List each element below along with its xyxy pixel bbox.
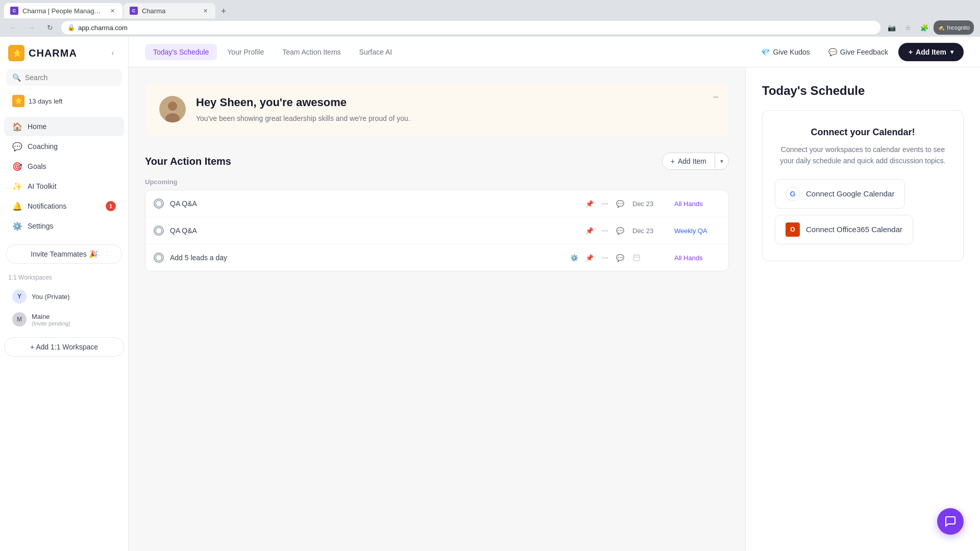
tab-your-profile-label: Your Profile bbox=[227, 48, 264, 56]
upcoming-label: Upcoming bbox=[145, 178, 729, 186]
action-icons-3: ⚙️ 📌 ••• 💬 bbox=[568, 252, 626, 264]
chat-fab-button[interactable] bbox=[937, 508, 964, 535]
add-item-split-button: + Add Item ▾ bbox=[662, 153, 729, 170]
sidebar-search-container: 🔍 bbox=[6, 69, 122, 86]
pin-icon-2[interactable]: 📌 bbox=[583, 224, 596, 237]
action-check-1[interactable] bbox=[154, 198, 164, 209]
svg-rect-8 bbox=[633, 255, 640, 261]
dots-icon-1[interactable]: ••• bbox=[599, 197, 611, 210]
tab-team-action-items[interactable]: Team Action Items bbox=[274, 44, 349, 60]
calendar-connect-title: Connect your Calendar! bbox=[775, 127, 951, 138]
workspace-info-private: You (Private) bbox=[32, 293, 70, 300]
connect-office365-calendar-button[interactable]: O Connect Office365 Calendar bbox=[775, 215, 913, 244]
address-bar[interactable]: 🔒 app.charma.com bbox=[61, 21, 880, 34]
workspace-item-maine[interactable]: M Maine (Invite pending) bbox=[8, 308, 120, 331]
nav-section: 🏠 Home 💬 Coaching 🎯 Goals ✨ AI Toolkit 🔔… bbox=[0, 114, 128, 238]
tab-label-1: Charma | People Management ... bbox=[22, 7, 104, 15]
dots-icon-2[interactable]: ••• bbox=[599, 224, 611, 237]
welcome-card: Hey Sheen, you're awesome You've been sh… bbox=[145, 84, 729, 136]
action-check-3[interactable] bbox=[154, 253, 164, 263]
sidebar-item-coaching-label: Coaching bbox=[28, 142, 58, 151]
sidebar-item-ai-toolkit[interactable]: ✨ AI Toolkit bbox=[4, 177, 124, 196]
welcome-avatar bbox=[159, 96, 186, 122]
welcome-title: Hey Sheen, you're awesome bbox=[196, 96, 715, 109]
comment-icon-1[interactable]: 💬 bbox=[614, 197, 626, 210]
tab-todays-schedule-label: Today's Schedule bbox=[153, 48, 209, 56]
extensions-icon[interactable]: 🧩 bbox=[917, 20, 932, 35]
table-row: QA Q&A 📌 ••• 💬 Dec 23 Weekly QA bbox=[145, 217, 728, 244]
connect-google-calendar-button[interactable]: G Connect Google Calendar bbox=[775, 179, 905, 209]
action-check-2[interactable] bbox=[154, 226, 164, 236]
sidebar-collapse-button[interactable]: ‹ bbox=[106, 46, 120, 60]
browser-tabs: C Charma | People Management ... ✕ C Cha… bbox=[0, 0, 980, 18]
comment-icon-3[interactable]: 💬 bbox=[614, 252, 626, 264]
tab-todays-schedule[interactable]: Today's Schedule bbox=[145, 44, 217, 60]
top-add-item-label: Add Item bbox=[916, 48, 946, 56]
new-tab-button[interactable]: + bbox=[216, 4, 231, 18]
sidebar-item-goals[interactable]: 🎯 Goals bbox=[4, 157, 124, 176]
action-tag-3[interactable]: All Hands bbox=[674, 254, 720, 262]
action-tag-1[interactable]: All Hands bbox=[674, 200, 720, 208]
calendar-connect-description: Connect your workspaces to calendar even… bbox=[775, 144, 951, 167]
tab-close-1[interactable]: ✕ bbox=[108, 7, 116, 15]
goals-icon: 🎯 bbox=[12, 161, 22, 171]
add-workspace-button[interactable]: + Add 1:1 Workspace bbox=[4, 337, 124, 357]
workspace-name-maine: Maine bbox=[32, 313, 70, 320]
sidebar-item-coaching[interactable]: 💬 Coaching bbox=[4, 137, 124, 156]
tab-surface-ai[interactable]: Surface AI bbox=[351, 44, 401, 60]
connect-google-calendar-label: Connect Google Calendar bbox=[806, 189, 894, 198]
give-kudos-icon: 💎 bbox=[761, 48, 770, 56]
search-input[interactable] bbox=[25, 73, 116, 82]
gear-icon-3[interactable]: ⚙️ bbox=[568, 252, 580, 264]
give-feedback-label: Give Feedback bbox=[840, 48, 888, 56]
days-left-banner: ⭐ 13 days left bbox=[6, 92, 122, 110]
action-date-3 bbox=[632, 254, 668, 262]
action-items-title: Your Action Items bbox=[145, 156, 231, 167]
left-panel: Hey Sheen, you're awesome You've been sh… bbox=[129, 67, 745, 551]
give-kudos-label: Give Kudos bbox=[773, 48, 810, 56]
welcome-close-button[interactable]: − bbox=[713, 92, 719, 102]
logo: ⭐ CHARMA bbox=[8, 45, 77, 61]
office365-icon: O bbox=[786, 222, 800, 237]
back-button[interactable]: ← bbox=[6, 20, 20, 35]
add-item-plus-icon: + bbox=[909, 48, 913, 56]
comment-icon-2[interactable]: 💬 bbox=[614, 224, 626, 237]
workspace-item-private[interactable]: Y You (Private) bbox=[8, 285, 120, 308]
logo-icon: ⭐ bbox=[8, 45, 24, 61]
reload-button[interactable]: ↻ bbox=[43, 20, 57, 35]
sidebar: ⭐ CHARMA ‹ 🔍 ⭐ 13 days left 🏠 Home 💬 Coa… bbox=[0, 37, 129, 551]
welcome-text: You've been showing great leadership ski… bbox=[196, 113, 715, 124]
table-row: QA Q&A 📌 ••• 💬 Dec 23 All Hands bbox=[145, 190, 728, 217]
action-tag-2[interactable]: Weekly QA bbox=[674, 227, 720, 235]
google-icon: G bbox=[786, 187, 800, 201]
give-kudos-button[interactable]: 💎 Give Kudos bbox=[753, 44, 818, 60]
add-item-plus-icon: + bbox=[671, 157, 675, 165]
sidebar-item-home[interactable]: 🏠 Home bbox=[4, 117, 124, 136]
tab-charma-people-management[interactable]: C Charma | People Management ... ✕ bbox=[4, 3, 122, 18]
pin-icon-1[interactable]: 📌 bbox=[583, 197, 596, 210]
give-feedback-button[interactable]: 💬 Give Feedback bbox=[820, 44, 896, 60]
tab-charma[interactable]: C Charma ✕ bbox=[124, 3, 215, 18]
sidebar-item-settings[interactable]: ⚙️ Settings bbox=[4, 216, 124, 236]
tab-team-action-items-label: Team Action Items bbox=[282, 48, 340, 56]
dots-icon-3[interactable]: ••• bbox=[599, 252, 611, 264]
tab-surface-ai-label: Surface AI bbox=[359, 48, 393, 56]
bookmark-icon[interactable]: ☆ bbox=[901, 20, 915, 35]
tab-label-2: Charma bbox=[142, 7, 165, 15]
action-title-3: Add 5 leads a day bbox=[170, 254, 562, 262]
svg-point-3 bbox=[168, 102, 177, 111]
tab-your-profile[interactable]: Your Profile bbox=[219, 44, 272, 60]
add-item-chevron-button[interactable]: ▾ bbox=[715, 154, 728, 169]
workspace-info-maine: Maine (Invite pending) bbox=[32, 313, 70, 327]
add-workspace-label: + Add 1:1 Workspace bbox=[30, 343, 98, 351]
tab-close-2[interactable]: ✕ bbox=[201, 7, 209, 15]
invite-teammates-button[interactable]: Invite Teammates 🎉 bbox=[6, 244, 122, 264]
pin-icon-3[interactable]: 📌 bbox=[583, 252, 596, 264]
top-add-item-button[interactable]: + Add Item ▾ bbox=[898, 43, 964, 61]
sidebar-item-notifications[interactable]: 🔔 Notifications 1 bbox=[4, 196, 124, 216]
browser-actions: 📷 ☆ 🧩 🕵️ Incognito bbox=[885, 20, 974, 35]
sidebar-item-notifications-label: Notifications bbox=[28, 202, 66, 210]
add-item-main-button[interactable]: + Add Item bbox=[663, 153, 715, 169]
forward-button[interactable]: → bbox=[24, 20, 39, 35]
action-title-2: QA Q&A bbox=[170, 227, 577, 235]
